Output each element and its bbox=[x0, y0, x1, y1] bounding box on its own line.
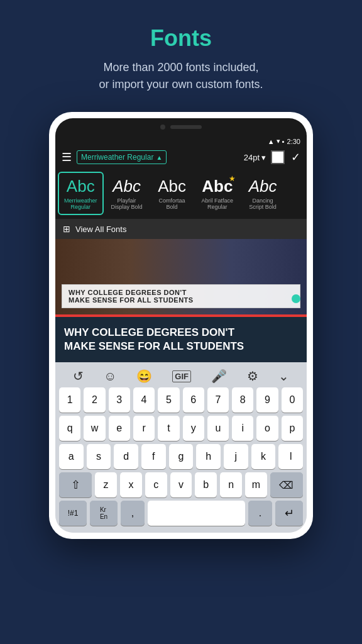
font-preview-merriweather: Abc bbox=[67, 177, 95, 196]
font-row: Abc MerriweatherRegular Abc PlayfairDisp… bbox=[55, 168, 307, 219]
key-o[interactable]: o bbox=[256, 416, 278, 441]
key-r[interactable]: r bbox=[133, 416, 155, 441]
key-7[interactable]: 7 bbox=[207, 387, 229, 413]
key-e[interactable]: e bbox=[109, 416, 130, 441]
status-bar: ▲ ▾ ▪ 2:30 bbox=[55, 136, 307, 147]
mic-icon[interactable]: 🎤 bbox=[211, 369, 227, 384]
key-z[interactable]: z bbox=[95, 472, 117, 497]
key-d[interactable]: d bbox=[114, 444, 138, 469]
font-preview-dancing: Abc bbox=[249, 177, 277, 196]
key-h[interactable]: h bbox=[196, 444, 221, 469]
font-preview-abril: Abc bbox=[202, 177, 233, 196]
dropdown-arrow-icon: ▲ bbox=[156, 154, 162, 161]
gif-icon[interactable]: GIF bbox=[172, 370, 191, 382]
backspace-icon: ⌫ bbox=[279, 479, 293, 491]
key-k[interactable]: k bbox=[251, 444, 276, 469]
key-6[interactable]: 6 bbox=[183, 387, 204, 413]
comma-key[interactable]: , bbox=[121, 501, 145, 526]
page-subtitle: More than 2000 fonts included,or import … bbox=[13, 59, 349, 93]
emoji-icon[interactable]: ☺ bbox=[104, 369, 116, 384]
chevron-down-icon[interactable]: ⌄ bbox=[278, 369, 289, 384]
image-overlay-text: WHY COLLEGE DEGREES DON'TMAKE SENSE FOR … bbox=[62, 284, 300, 308]
key-8[interactable]: 8 bbox=[232, 387, 253, 413]
key-n[interactable]: n bbox=[220, 472, 242, 497]
key-f[interactable]: f bbox=[141, 444, 166, 469]
font-size-value: 24pt bbox=[244, 153, 260, 162]
shift-key[interactable]: ⇧ bbox=[59, 472, 92, 497]
font-preview-playfair: Abc bbox=[112, 177, 141, 196]
number-row: 1 2 3 4 5 6 7 8 9 0 bbox=[57, 387, 305, 413]
keyboard-toolbar: ↺ ☺ 😄 GIF 🎤 ⚙ ⌄ bbox=[57, 365, 305, 387]
keyboard-area: ↺ ☺ 😄 GIF 🎤 ⚙ ⌄ 1 2 3 4 5 6 7 8 9 0 bbox=[55, 362, 307, 533]
key-c[interactable]: c bbox=[145, 472, 167, 497]
font-item-playfair[interactable]: Abc PlayfairDisplay Bold bbox=[105, 172, 149, 215]
grid-icon: ⊞ bbox=[63, 224, 70, 234]
font-item-dancing[interactable]: Abc DancingScript Bold bbox=[241, 172, 285, 215]
current-font-name: Merriweather Regular bbox=[81, 153, 153, 162]
font-preview-comfortaa: Abc bbox=[158, 177, 186, 196]
key-2[interactable]: 2 bbox=[84, 387, 105, 413]
key-4[interactable]: 4 bbox=[133, 387, 155, 413]
font-size-selector[interactable]: 24pt ▾ bbox=[244, 153, 266, 162]
shift-icon: ⇧ bbox=[71, 478, 80, 492]
key-w[interactable]: w bbox=[84, 416, 105, 441]
confirm-icon[interactable]: ✓ bbox=[291, 150, 300, 164]
signal-icon: ▲ bbox=[268, 138, 275, 145]
hamburger-icon[interactable]: ☰ bbox=[62, 150, 72, 164]
key-u[interactable]: u bbox=[207, 416, 229, 441]
dark-banner: WHY COLLEGE DEGREES DON'TMAKE SENSE FOR … bbox=[55, 314, 307, 362]
space-key[interactable] bbox=[148, 501, 245, 526]
key-3[interactable]: 3 bbox=[109, 387, 130, 413]
period-key[interactable]: . bbox=[248, 501, 272, 526]
key-i[interactable]: i bbox=[232, 416, 253, 441]
key-5[interactable]: 5 bbox=[158, 387, 179, 413]
green-dot-indicator bbox=[292, 294, 300, 303]
size-dropdown-icon: ▾ bbox=[261, 153, 266, 162]
bottom-row: !#1 KrEn , . ↵ bbox=[57, 501, 305, 526]
star-badge-icon: ★ bbox=[229, 174, 236, 183]
backspace-key[interactable]: ⌫ bbox=[270, 472, 303, 497]
font-item-merriweather[interactable]: Abc MerriweatherRegular bbox=[58, 172, 104, 215]
letter-row-2: a s d f g h j k l bbox=[57, 444, 305, 469]
key-t[interactable]: t bbox=[158, 416, 179, 441]
font-item-comfortaa[interactable]: Abc ComfortaaBold bbox=[150, 172, 194, 215]
header-section: Fonts More than 2000 fonts included,or i… bbox=[0, 0, 362, 106]
letter-row-3: ⇧ z x c v b n m ⌫ bbox=[57, 472, 305, 497]
key-0[interactable]: 0 bbox=[282, 387, 303, 413]
letter-row-1: q w e r t y u i o p bbox=[57, 416, 305, 441]
key-1[interactable]: 1 bbox=[59, 387, 80, 413]
battery-icon: ▪ bbox=[282, 138, 285, 145]
view-all-label: View All Fonts bbox=[75, 225, 126, 234]
font-selector[interactable]: Merriweather Regular ▲ bbox=[77, 150, 167, 164]
key-q[interactable]: q bbox=[59, 416, 80, 441]
toolbar-icons: ✓ bbox=[271, 150, 300, 164]
key-m[interactable]: m bbox=[245, 472, 267, 497]
phone-top-bar bbox=[55, 118, 307, 136]
key-9[interactable]: 9 bbox=[256, 387, 278, 413]
undo-icon[interactable]: ↺ bbox=[73, 369, 84, 384]
key-j[interactable]: j bbox=[224, 444, 248, 469]
key-a[interactable]: a bbox=[59, 444, 84, 469]
app-toolbar: ☰ Merriweather Regular ▲ 24pt ▾ ✓ bbox=[55, 147, 307, 168]
settings-icon[interactable]: ⚙ bbox=[247, 369, 258, 384]
key-y[interactable]: y bbox=[183, 416, 204, 441]
key-b[interactable]: b bbox=[195, 472, 217, 497]
wifi-icon: ▾ bbox=[277, 137, 280, 145]
camera-dot bbox=[160, 125, 165, 130]
key-p[interactable]: p bbox=[282, 416, 303, 441]
view-all-bar[interactable]: ⊞ View All Fonts bbox=[55, 219, 307, 239]
sticker-icon[interactable]: 😄 bbox=[136, 369, 152, 384]
signal-icons: ▲ ▾ ▪ bbox=[268, 137, 285, 145]
font-item-abril[interactable]: ★ Abc Abril FatfaceRegular bbox=[195, 172, 240, 215]
key-x[interactable]: x bbox=[120, 472, 142, 497]
symbols-key[interactable]: !#1 bbox=[59, 501, 87, 526]
color-swatch[interactable] bbox=[271, 150, 285, 164]
phone-speaker bbox=[170, 125, 202, 129]
kr-en-key[interactable]: KrEn bbox=[90, 501, 118, 526]
key-l[interactable]: l bbox=[278, 444, 303, 469]
key-v[interactable]: v bbox=[170, 472, 192, 497]
return-key[interactable]: ↵ bbox=[275, 501, 303, 526]
banner-text: WHY COLLEGE DEGREES DON'TMAKE SENSE FOR … bbox=[64, 326, 298, 353]
key-g[interactable]: g bbox=[169, 444, 194, 469]
key-s[interactable]: s bbox=[87, 444, 111, 469]
